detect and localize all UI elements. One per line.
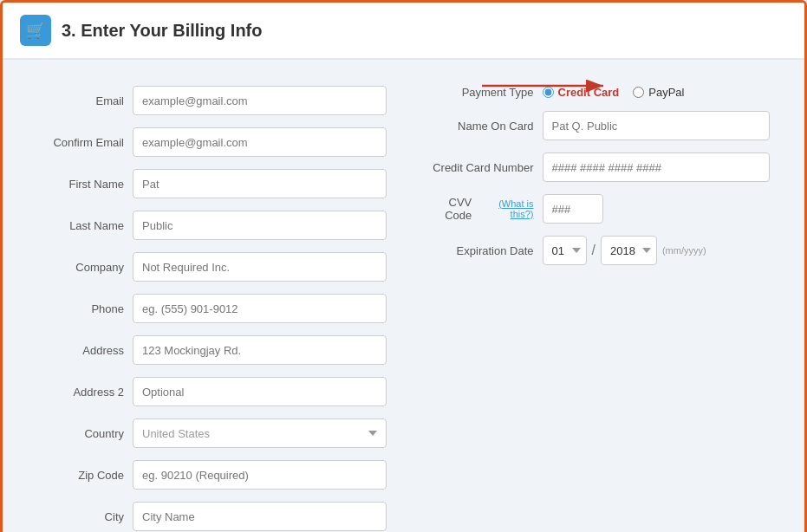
payment-type-label: Payment Type <box>421 86 534 99</box>
company-input[interactable] <box>133 252 387 282</box>
paypal-option[interactable]: PayPal <box>633 86 684 99</box>
address-input[interactable] <box>133 335 387 365</box>
cvv-label-area: CVV Code (What is this?) <box>421 196 534 222</box>
name-on-card-row: Name On Card <box>421 111 771 140</box>
address-label: Address <box>37 344 124 357</box>
exp-separator: / <box>592 243 595 258</box>
right-column: Payment Type Credit Card PayPal <box>421 86 771 532</box>
paypal-label: PayPal <box>648 86 684 99</box>
name-on-card-input[interactable] <box>543 111 771 140</box>
cvv-label: CVV Code <box>421 196 472 222</box>
country-select[interactable]: United States Canada United Kingdom <box>133 418 387 448</box>
address2-row: Address 2 <box>37 377 387 406</box>
header-icon: 🛒 <box>20 15 51 46</box>
left-column: Email Confirm Email First Name Last Name… <box>37 86 387 532</box>
cc-number-label: Credit Card Number <box>421 161 534 174</box>
email-input[interactable] <box>133 86 387 115</box>
phone-input[interactable] <box>133 294 387 323</box>
credit-card-option[interactable]: Credit Card <box>543 86 620 99</box>
exp-hint: (mm/yyyy) <box>662 245 706 256</box>
payment-options: Credit Card PayPal <box>543 86 685 99</box>
last-name-input[interactable] <box>133 211 387 240</box>
address-row: Address <box>37 335 387 365</box>
expiration-row: Expiration Date 01 02 03 04 05 06 07 08 … <box>421 236 771 265</box>
exp-year-select[interactable]: 2018 2019 2020 2021 2022 2023 2024 2025 <box>601 236 657 265</box>
cvv-what-link[interactable]: (What is this?) <box>475 198 533 219</box>
cvv-input[interactable] <box>543 194 603 224</box>
confirm-email-input[interactable] <box>133 127 387 157</box>
city-input[interactable] <box>133 502 387 531</box>
address2-label: Address 2 <box>37 386 124 399</box>
zip-label: Zip Code <box>37 469 124 482</box>
address2-input[interactable] <box>133 377 387 406</box>
country-label: Country <box>37 427 124 440</box>
cc-number-input[interactable] <box>543 152 771 182</box>
last-name-label: Last Name <box>37 219 124 232</box>
first-name-row: First Name <box>37 169 387 198</box>
credit-card-radio[interactable] <box>543 87 554 98</box>
exp-selects: 01 02 03 04 05 06 07 08 09 10 11 12 <box>543 236 706 265</box>
email-row: Email <box>37 86 387 115</box>
phone-label: Phone <box>37 302 124 315</box>
page-title: 3. Enter Your Billing Info <box>62 21 263 41</box>
cvv-row: CVV Code (What is this?) <box>421 194 771 224</box>
exp-month-select[interactable]: 01 02 03 04 05 06 07 08 09 10 11 12 <box>543 236 587 265</box>
zip-input[interactable] <box>133 460 387 490</box>
paypal-radio[interactable] <box>633 87 644 98</box>
email-label: Email <box>37 94 124 107</box>
company-row: Company <box>37 252 387 282</box>
right-col-inner: Payment Type Credit Card PayPal <box>421 86 771 265</box>
first-name-input[interactable] <box>133 169 387 198</box>
payment-type-row: Payment Type Credit Card PayPal <box>421 86 771 99</box>
billing-form-container: 🛒 3. Enter Your Billing Info Email Confi… <box>0 0 807 532</box>
form-header: 🛒 3. Enter Your Billing Info <box>3 3 804 60</box>
confirm-email-row: Confirm Email <box>37 127 387 157</box>
company-label: Company <box>37 261 124 274</box>
country-row: Country United States Canada United King… <box>37 418 387 448</box>
name-on-card-label: Name On Card <box>421 120 534 133</box>
confirm-email-label: Confirm Email <box>37 136 124 149</box>
zip-row: Zip Code <box>37 460 387 490</box>
first-name-label: First Name <box>37 178 124 191</box>
phone-row: Phone <box>37 294 387 323</box>
cc-number-row: Credit Card Number <box>421 152 771 182</box>
city-label: City <box>37 510 124 523</box>
exp-label: Expiration Date <box>421 244 534 257</box>
credit-card-label: Credit Card <box>558 86 620 99</box>
city-row: City <box>37 502 387 531</box>
form-area: Email Confirm Email First Name Last Name… <box>3 60 804 532</box>
last-name-row: Last Name <box>37 211 387 240</box>
